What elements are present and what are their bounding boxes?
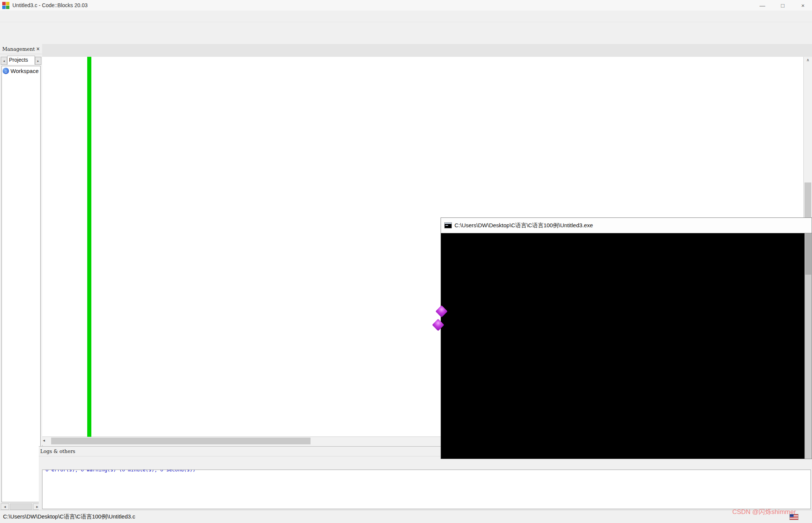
management-close-icon[interactable]: × <box>36 46 40 52</box>
change-bar <box>87 57 91 437</box>
workspace-item[interactable]: ⌂ Workspace <box>2 66 40 76</box>
console-output <box>441 233 804 459</box>
maximize-button[interactable]: □ <box>779 2 786 9</box>
vscroll-thumb[interactable] <box>804 182 811 217</box>
tabs-scroll-left-icon[interactable]: ◂ <box>1 57 7 65</box>
management-hscrollbar[interactable]: ◂ ▸ <box>0 503 42 510</box>
title-bar: Untitled3.c - Code::Blocks 20.03 — □ × <box>0 0 812 11</box>
status-bar: C:\Users\DW\Desktop\C语言\C语言100例\Untitled… <box>0 510 812 523</box>
close-button[interactable]: × <box>799 2 807 9</box>
console-icon <box>444 222 452 228</box>
codeblocks-logo-icon <box>2 2 9 9</box>
tabs-scroll-right-icon[interactable]: ▸ <box>35 57 41 65</box>
management-panel: Management × ◂ Projects ▸ ⌂ Workspace ◂ … <box>0 44 42 510</box>
csdn-watermark: CSDN @闪烁shimmer <box>732 508 796 516</box>
toolbar-secondary <box>0 34 812 44</box>
management-title: Management <box>2 46 35 52</box>
build-log-clipped-line: 0 error(s), 0 warning(s) (0 minute(s), 0… <box>45 470 810 473</box>
scroll-left-icon[interactable]: ◂ <box>1 503 9 510</box>
console-title: C:\Users\DW\Desktop\C语言\C语言100例\Untitled… <box>454 222 593 229</box>
scroll-track[interactable] <box>10 503 32 510</box>
menu-bar <box>0 11 812 22</box>
status-file-path: C:\Users\DW\Desktop\C语言\C语言100例\Untitled… <box>3 513 135 520</box>
scroll-left-icon[interactable]: ◂ <box>43 438 45 443</box>
hscroll-thumb[interactable] <box>51 438 311 444</box>
toolbar-main <box>0 22 812 35</box>
console-window[interactable]: C:\Users\DW\Desktop\C语言\C语言100例\Untitled… <box>441 217 812 459</box>
window-title: Untitled3.c - Code::Blocks 20.03 <box>12 2 88 8</box>
tab-projects[interactable]: Projects <box>7 56 35 65</box>
workspace-icon: ⌂ <box>3 68 9 74</box>
scroll-up-icon[interactable]: ∧ <box>804 58 812 62</box>
minimize-button[interactable]: — <box>759 2 766 9</box>
console-scrollbar[interactable] <box>804 233 812 459</box>
editor-tabs <box>42 44 812 57</box>
build-log-output: 0 error(s), 0 warning(s) (0 minute(s), 0… <box>42 470 811 509</box>
console-title-bar[interactable]: C:\Users\DW\Desktop\C语言\C语言100例\Untitled… <box>441 218 812 233</box>
projects-tree: ⌂ Workspace <box>2 66 41 502</box>
workspace-label: Workspace <box>11 68 39 74</box>
